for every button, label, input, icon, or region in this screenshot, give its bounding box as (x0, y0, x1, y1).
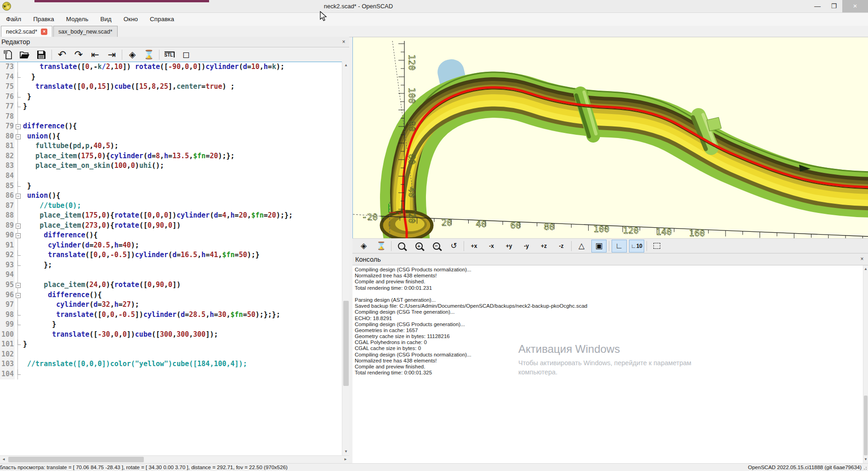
code-line[interactable]: 79−difference(){ (0, 121, 342, 132)
preview-button[interactable]: ◈ (356, 240, 371, 253)
code-line[interactable]: 104 (0, 369, 342, 379)
scroll-down-icon[interactable]: ▼ (863, 456, 868, 463)
code-line[interactable]: 96− difference(){ (0, 290, 342, 300)
console-line: CGAL cache size in bytes: 0 (355, 345, 863, 351)
render-button[interactable]: ⌛ (142, 49, 155, 61)
editor-panel-header[interactable]: Редактор (0, 37, 349, 47)
code-line[interactable]: 95− place_item(24,0){rotate([0,90,0]) (0, 280, 342, 290)
code-line[interactable]: 99 } (0, 320, 342, 330)
code-line[interactable]: 75 translate([0,0,15])cube([15,8,25],cen… (0, 82, 342, 92)
menu-help[interactable]: Справка (144, 13, 180, 26)
code-line[interactable]: 77} (0, 102, 342, 112)
orthographic-button[interactable]: ▣ (591, 240, 607, 253)
open-file-button[interactable] (18, 49, 31, 61)
render-button[interactable]: ⌛ (374, 240, 389, 253)
code-line[interactable]: 89− place_item(273,0){rotate([0,90,0]) (0, 221, 342, 231)
code-line[interactable]: 82 place_item(175,0){cylinder(d=8,h=13.5… (0, 151, 342, 161)
scroll-right-icon[interactable]: ► (342, 456, 349, 463)
code-line[interactable]: 74 } (0, 72, 342, 82)
code-line[interactable]: 76 } (0, 92, 342, 102)
code-line[interactable]: 81 fulltube(pd,p,40,5); (0, 141, 342, 151)
code-line[interactable]: 88 place_item(175,0){rotate([0,0,0])cyli… (0, 211, 342, 221)
code-line[interactable]: 84 (0, 171, 342, 181)
console-close-icon[interactable]: × (858, 255, 866, 263)
code-line[interactable]: 103 //translate([0,0,0])color("yellow")c… (0, 359, 342, 369)
code-line[interactable]: 94 (0, 270, 342, 280)
console-line: Geometries in cache: 1657 (355, 327, 863, 333)
code-line[interactable]: 85 } (0, 181, 342, 191)
undo-button[interactable]: ↶ (56, 49, 68, 61)
redo-button[interactable]: ↷ (72, 49, 85, 61)
zoom-in-button[interactable]: + (411, 240, 426, 253)
status-bar: Область просмотра: translate = [ 70.06 8… (0, 463, 868, 471)
code-line[interactable]: 93 }; (0, 260, 342, 270)
scroll-up-icon[interactable]: ▲ (863, 265, 868, 273)
code-line[interactable]: 73 translate([0,-k/2,10]) rotate([-90,0,… (0, 62, 342, 72)
editor-vertical-scrollbar[interactable]: ▲ ▼ (342, 62, 349, 455)
library-button[interactable]: ◻ (180, 49, 193, 61)
new-file-button[interactable] (2, 49, 15, 61)
code-line[interactable]: 98 translate([0,0,-0.5])cylinder(d=28.5,… (0, 310, 342, 320)
menu-file[interactable]: Файл (0, 13, 27, 26)
export-stl-button[interactable]: STL (163, 49, 176, 61)
menu-view[interactable]: Вид (94, 13, 117, 26)
menu-window[interactable]: Окно (118, 13, 144, 26)
code-line[interactable]: 100 translate([-30,0,0])cube([300,300,30… (0, 330, 342, 340)
tab-sax-body[interactable]: sax_body_new.scad* (53, 26, 117, 37)
scrollbar-thumb[interactable] (864, 396, 868, 455)
scrollbar-thumb[interactable] (8, 457, 144, 462)
svg-text:120: 120 (623, 225, 639, 236)
code-line[interactable]: 97 cylinder(d=32,h=27); (0, 300, 342, 310)
zoom-in-icon: + (415, 242, 423, 250)
scroll-left-icon[interactable]: ◄ (0, 456, 7, 463)
code-line[interactable]: 91 cylinder(d=20.5,h=40); (0, 241, 342, 251)
code-line[interactable]: 80− union(){ (0, 132, 342, 142)
menu-edit[interactable]: Правка (27, 13, 60, 26)
code-editor[interactable]: 73 translate([0,-k/2,10]) rotate([-90,0,… (0, 62, 342, 456)
preview-button[interactable]: ◈ (126, 49, 139, 61)
view-minus-y-button[interactable]: -y (519, 240, 534, 253)
minimize-button[interactable]: — (810, 0, 825, 12)
close-button[interactable]: × (842, 0, 868, 12)
code-line[interactable]: 102 (0, 350, 342, 360)
tab-close-icon[interactable]: × (41, 29, 47, 35)
console-line: Total rendering time: 0:00:01.231 (355, 285, 863, 291)
scroll-down-icon[interactable]: ▼ (342, 448, 350, 455)
editor-horizontal-scrollbar[interactable]: ◄ ► (0, 455, 349, 463)
maximize-button[interactable]: ❐ (826, 0, 842, 12)
scrollbar-thumb[interactable] (343, 301, 349, 386)
console-panel-header[interactable]: Консоль (352, 253, 868, 265)
indent-button[interactable]: ⇥ (105, 49, 118, 61)
editor-close-icon[interactable]: × (340, 38, 347, 46)
resize-grip[interactable] (863, 466, 867, 470)
code-line[interactable]: 78 (0, 112, 342, 122)
view-plus-z-button[interactable]: +z (536, 240, 551, 253)
tab-neck2[interactable]: neck2.scad* × (1, 26, 52, 37)
zoom-out-icon: − (433, 242, 440, 250)
save-file-button[interactable] (35, 49, 48, 61)
console-log[interactable]: Compiling design (CSG Products normaliza… (352, 265, 863, 463)
code-line[interactable]: 90− difference(){ (0, 230, 342, 241)
console-scrollbar[interactable]: ▲ ▼ (863, 265, 868, 463)
select-mode-button[interactable] (649, 240, 664, 253)
unindent-button[interactable]: ⇤ (89, 49, 102, 61)
code-line[interactable]: 92 translate([0,0,-0.5])cylinder(d=16.5,… (0, 250, 342, 260)
menu-design[interactable]: Модель (60, 13, 94, 26)
view-plus-y-button[interactable]: +y (501, 240, 516, 253)
zoom-all-button[interactable] (394, 240, 409, 253)
perspective-button[interactable]: △ (574, 240, 589, 253)
show-scale-button[interactable]: ∟10 (629, 240, 644, 253)
reset-view-button[interactable]: ↺ (446, 240, 461, 253)
show-axes-button[interactable]: ∟ (612, 240, 627, 253)
3d-viewport[interactable]: x 1201201001008080606040402020 -20-20202… (352, 37, 868, 238)
view-minus-z-button[interactable]: -z (554, 240, 569, 253)
scroll-up-icon[interactable]: ▲ (342, 62, 350, 69)
code-line[interactable]: 83 place_item_on_skin(100,0)uhi(); (0, 161, 342, 171)
view-plus-x-button[interactable]: +x (466, 240, 482, 253)
view-minus-x-button[interactable]: -x (484, 240, 499, 253)
code-line[interactable]: 87 //tube(0); (0, 201, 342, 211)
code-line[interactable]: 101} (0, 339, 342, 350)
orthographic-icon: ▣ (595, 241, 602, 251)
code-line[interactable]: 86− union(){ (0, 191, 342, 201)
zoom-out-button[interactable]: − (429, 240, 444, 253)
